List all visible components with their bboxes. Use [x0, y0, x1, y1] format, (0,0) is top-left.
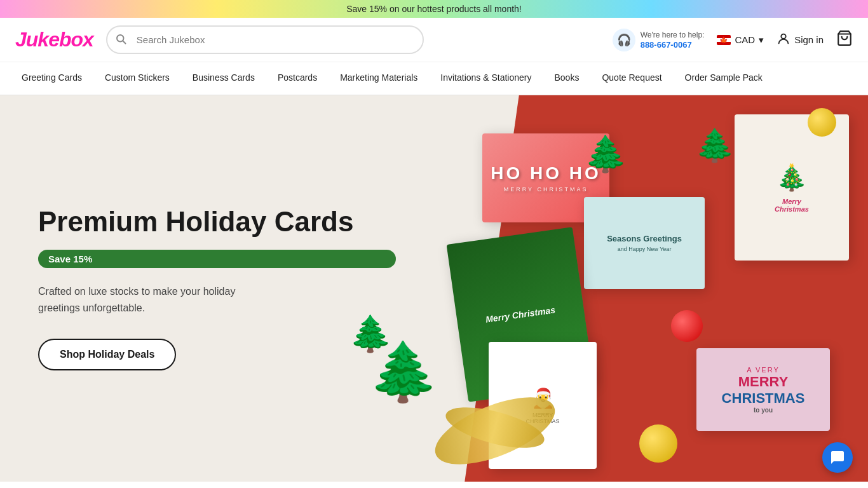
svg-point-2: [781, 34, 785, 39]
help-icon: 🎧: [613, 29, 635, 51]
chat-button[interactable]: [822, 442, 853, 473]
nav-item-business-cards[interactable]: Business Cards: [181, 62, 266, 95]
nav-item-custom-stickers[interactable]: Custom Stickers: [93, 62, 181, 95]
shop-holiday-deals-button[interactable]: Shop Holiday Deals: [38, 339, 176, 370]
banner-text: Save 15% on our hottest products all mon…: [346, 4, 522, 14]
illustrated-card-text: MerryChristmas: [775, 198, 809, 213]
user-icon: [776, 32, 790, 48]
currency-label: CAD: [735, 34, 755, 45]
gold-ornament-2: [808, 108, 836, 137]
main-nav: Greeting Cards Custom Stickers Business …: [0, 62, 868, 95]
nav-item-order-sample-pack[interactable]: Order Sample Pack: [674, 62, 774, 95]
chevron-down-icon: ▾: [759, 34, 764, 46]
canada-flag-icon: [717, 35, 731, 45]
help-block: 🎧 We're here to help: 888-667-0067: [613, 29, 705, 51]
logo[interactable]: Jukebox: [15, 28, 93, 51]
svg-point-0: [117, 35, 124, 42]
signin-button[interactable]: Sign in: [776, 32, 824, 48]
hero-section: Premium Holiday Cards Save 15% Crafted o…: [0, 95, 868, 482]
help-label: We're here to help:: [641, 30, 705, 41]
tree-small-far-left: 🌲: [349, 313, 393, 355]
nav-item-quote-request[interactable]: Quote Request: [590, 62, 673, 95]
cart-button[interactable]: [836, 30, 853, 50]
seasons-greetings-card: Seasons Greetings and Happy New Year: [584, 197, 705, 289]
nav-item-greeting-cards[interactable]: Greeting Cards: [10, 62, 93, 95]
header: Jukebox 🎧 We're here to help: 888-667-00…: [0, 18, 868, 62]
nav-item-marketing-materials[interactable]: Marketing Materials: [329, 62, 429, 95]
search-wrapper: [106, 25, 424, 54]
signin-label: Sign in: [794, 34, 824, 45]
search-icon: [115, 33, 126, 47]
help-text-block: We're here to help: 888-667-0067: [641, 30, 705, 50]
currency-button[interactable]: CAD ▾: [717, 34, 764, 46]
red-ornament: [671, 310, 703, 342]
top-banner: Save 15% on our hottest products all mon…: [0, 0, 868, 18]
seasons-sub: and Happy New Year: [618, 246, 672, 252]
nav-item-invitations-stationery[interactable]: Invitations & Stationery: [429, 62, 543, 95]
tree-small-top: 🌲: [584, 133, 628, 175]
seasons-text: Seasons Greetings: [607, 234, 682, 243]
help-phone[interactable]: 888-667-0067: [641, 40, 705, 50]
search-input[interactable]: [106, 25, 424, 54]
illustrated-card: 🎄 MerryChristmas: [735, 114, 849, 261]
green-card-text: Merry Christmas: [485, 304, 556, 324]
nav-item-postcards[interactable]: Postcards: [266, 62, 329, 95]
tree-small-right: 🌲: [695, 127, 735, 164]
header-right: 🎧 We're here to help: 888-667-0067 CAD ▾…: [613, 29, 853, 51]
pink-merry-card: A VERY MERRY CHRISTMAS to you: [696, 348, 830, 431]
hohoho-subtitle: MERRY CHRISTMAS: [504, 186, 588, 193]
svg-line-1: [123, 41, 126, 43]
gold-ornament-1: [639, 424, 677, 463]
cards-collage: HO HO HO MERRY CHRISTMAS Seasons Greetin…: [330, 95, 868, 482]
hero-description: Crafted on luxe stocks to make your holi…: [38, 283, 254, 316]
nav-item-books[interactable]: Books: [543, 62, 591, 95]
